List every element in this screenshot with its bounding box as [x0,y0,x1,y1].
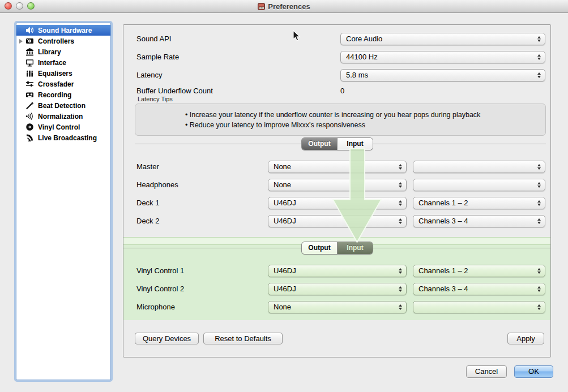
vinyl-control-2-channel-value: Channels 3 – 4 [418,285,468,293]
vinyl-control-1-label: Vinyl Control 1 [136,265,184,277]
sidebar-item-label: Controllers [38,37,74,45]
buffer-underflow-value: 0 [340,85,344,97]
sidebar-item-crossfader[interactable]: Crossfader [16,79,110,89]
sidebar-item-label: Library [38,48,61,56]
headphones-label: Headphones [136,179,178,191]
stepper-arrows-icon [399,286,402,292]
stepper-arrows-icon [537,72,541,78]
cancel-button[interactable]: Cancel [466,365,507,378]
latency-tip: Reduce your latency to improve Mixxx's r… [185,120,545,130]
vinyl-control-2-label: Vinyl Control 2 [136,283,184,295]
preferences-window: { "window": { "title": "Preferences" }, … [0,0,568,392]
deck1-device-select[interactable]: U46DJ [268,197,407,209]
input-output-tabs: Output Input [302,242,373,254]
master-device-select[interactable]: None [268,161,407,173]
sidebar-item-label: Beat Detection [38,102,86,110]
tab-output-2[interactable]: Output [302,242,337,254]
sidebar-item-label: Vinyl Control [38,123,80,131]
vinyl-control-2-device-value: U46DJ [274,285,296,293]
sidebar-item-live-broadcasting[interactable]: Live Broadcasting [16,132,110,143]
apply-button[interactable]: Apply [507,333,544,344]
tab-input[interactable]: Input [337,138,373,150]
sidebar-item-vinyl-control[interactable]: Vinyl Control [16,122,110,132]
master-channel-select[interactable] [413,161,545,173]
vinyl-control-1-device-select[interactable]: U46DJ [268,265,407,277]
deck1-device-value: U46DJ [274,199,296,207]
controller-icon [25,37,35,45]
headphones-device-select[interactable]: None [268,179,407,191]
microphone-channel-select[interactable] [413,301,545,313]
stepper-arrows-icon [537,218,541,224]
soundwave-icon [25,112,35,120]
latency-value: 5.8 ms [346,71,368,79]
stepper-arrows-icon [537,54,541,60]
equalizer-icon [25,69,35,77]
disclosure-triangle-icon[interactable] [16,39,25,44]
sample-rate-label: Sample Rate [136,51,179,63]
output-input-tabs: Output Input [302,138,373,150]
sidebar-item-controllers[interactable]: Controllers [16,36,110,46]
sidebar-item-recording[interactable]: Recording [16,89,110,100]
sample-rate-select[interactable]: 44100 Hz [340,51,545,63]
sample-rate-value: 44100 Hz [346,53,378,61]
library-icon [25,48,35,56]
query-devices-button[interactable]: Query Devices [135,333,199,344]
vinyl-control-2-device-select[interactable]: U46DJ [268,283,407,295]
sidebar-item-library[interactable]: Library [16,46,110,57]
microphone-label: Microphone [136,301,175,313]
sidebar-item-label: Recording [38,91,71,99]
sidebar-item-label: Crossfader [38,80,74,88]
ok-button[interactable]: OK [514,365,553,378]
microphone-device-value: None [274,303,291,311]
stepper-arrows-icon [399,200,402,206]
stepper-arrows-icon [537,182,541,188]
microphone-device-select[interactable]: None [268,301,407,313]
deck1-channel-select[interactable]: Channels 1 – 2 [413,197,545,209]
deck2-channel-select[interactable]: Channels 3 – 4 [413,215,545,227]
vinyl-icon [25,123,35,131]
vinyl-control-1-channel-select[interactable]: Channels 1 – 2 [413,265,545,277]
stepper-arrows-icon [537,164,541,170]
satellite-icon [25,133,35,142]
sidebar-item-equalisers[interactable]: Equalisers [16,68,110,79]
latency-tips-box: Increase your latency if the underflow c… [135,104,546,136]
recorder-icon [25,91,35,99]
monitor-icon [25,58,35,67]
stepper-arrows-icon [399,164,402,170]
master-label: Master [136,161,159,173]
latency-select[interactable]: 5.8 ms [340,69,545,81]
stepper-arrows-icon [399,182,402,188]
sidebar-item-sound-hardware[interactable]: Sound Hardware [16,25,110,36]
stepper-arrows-icon [537,36,541,42]
tab-input-2[interactable]: Input [337,242,373,254]
stepper-arrows-icon [399,218,402,224]
sidebar-item-label: Live Broadcasting [38,134,97,142]
sidebar-item-beat-detection[interactable]: Beat Detection [16,100,110,111]
sound-api-select[interactable]: Core Audio [340,33,545,45]
preferences-icon [258,3,265,10]
sidebar-item-interface[interactable]: Interface [16,57,110,68]
stepper-arrows-icon [399,304,402,310]
master-device-value: None [274,162,291,171]
sidebar-item-label: Normalization [38,113,83,120]
reset-to-defaults-button[interactable]: Reset to Defaults [203,333,283,344]
sidebar-item-label: Sound Hardware [38,27,92,35]
stepper-arrows-icon [537,268,541,274]
deck2-device-select[interactable]: U46DJ [268,215,407,227]
window-title: Preferences [268,2,310,11]
headphones-channel-select[interactable] [413,179,545,191]
speaker-icon [25,26,35,35]
sidebar-item-label: Interface [38,59,66,67]
tab-output[interactable]: Output [302,138,337,150]
sound-hardware-pane: Sound API Core Audio Sample Rate 44100 H… [123,24,551,357]
latency-tip: Increase your latency if the underflow c… [185,110,545,120]
deck2-device-value: U46DJ [274,217,296,225]
wand-icon [25,101,35,110]
deck1-label: Deck 1 [136,197,159,209]
deck1-channel-value: Channels 1 – 2 [418,199,468,207]
sidebar-item-normalization[interactable]: Normalization [16,111,110,122]
vinyl-control-1-channel-value: Channels 1 – 2 [418,266,468,275]
vinyl-control-2-channel-select[interactable]: Channels 3 – 4 [413,283,545,295]
stepper-arrows-icon [537,304,541,310]
headphones-device-value: None [274,180,291,189]
